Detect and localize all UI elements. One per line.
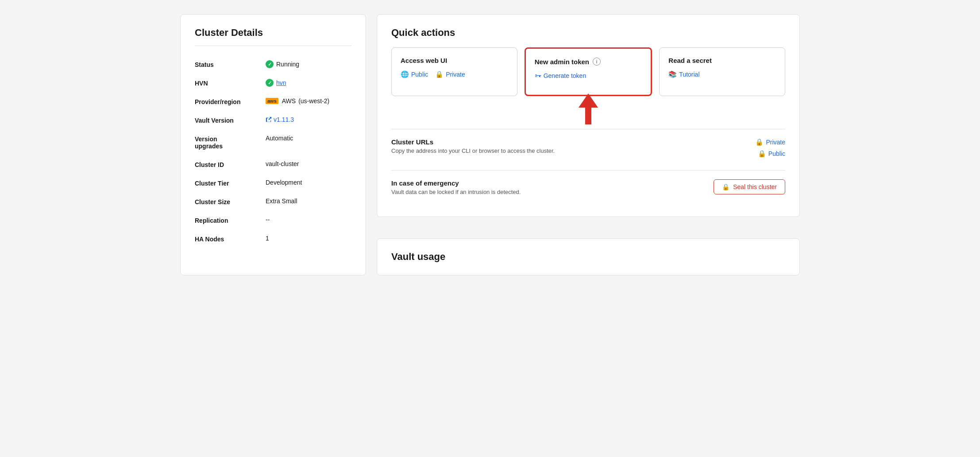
provider-region: (us-west-2): [298, 97, 329, 105]
value-cluster-size: Extra Small: [266, 198, 297, 205]
detail-row-cluster-tier: Cluster Tier Development: [195, 174, 351, 192]
action-card-new-admin-token: New admin token i 🗝 Generate token: [525, 47, 652, 96]
seal-lock-icon: 🔒: [722, 183, 729, 190]
globe-icon: 🌐: [401, 70, 409, 78]
detail-row-cluster-size: Cluster Size Extra Small: [195, 192, 351, 211]
cluster-urls-header: Cluster URLs Copy the address into your …: [391, 138, 785, 158]
provider-name: AWS: [282, 97, 296, 105]
action-card-access-web-ui: Access web UI 🌐 Public 🔒 Private: [391, 47, 517, 96]
emergency-desc: Vault data can be locked if an intrusion…: [391, 189, 521, 195]
vault-usage-panel: Vault usage: [377, 238, 800, 275]
cluster-details-title: Cluster Details: [195, 27, 351, 39]
detail-row-replication: Replication --: [195, 211, 351, 229]
emergency-left: In case of emergency Vault data can be l…: [391, 179, 521, 195]
arrow-graphic: [579, 93, 597, 124]
label-cluster-id: Cluster ID: [195, 160, 266, 168]
label-ha-nodes: HA Nodes: [195, 235, 266, 243]
divider: [195, 46, 351, 46]
cluster-urls-desc: Copy the address into your CLI or browse…: [391, 147, 555, 154]
value-ha-nodes: 1: [266, 235, 269, 242]
detail-row-hvn: HVN hvn: [195, 74, 351, 92]
label-status: Status: [195, 60, 266, 68]
detail-row-version-upgrades: Versionupgrades Automatic: [195, 129, 351, 155]
emergency-title: In case of emergency: [391, 179, 521, 187]
action-card-read-secret: Read a secret 📚 Tutorial: [659, 47, 785, 96]
hvn-status-icon: [266, 79, 274, 87]
new-admin-token-links: 🗝 Generate token: [535, 72, 642, 79]
value-cluster-tier: Development: [266, 179, 302, 186]
status-running-icon: [266, 60, 274, 68]
public-url-icon: 🔒: [758, 150, 766, 158]
label-provider: Provider/region: [195, 97, 266, 105]
lock-private-icon: 🔒: [435, 70, 444, 78]
cluster-urls-title: Cluster URLs: [391, 138, 555, 146]
cluster-urls-public-link[interactable]: 🔒 Public: [758, 150, 785, 158]
value-vault-version: v1.11.3: [266, 116, 294, 123]
vault-usage-title: Vault usage: [391, 251, 785, 263]
value-version-upgrades: Automatic: [266, 135, 293, 142]
detail-row-ha-nodes: HA Nodes 1: [195, 229, 351, 248]
actions-grid: Access web UI 🌐 Public 🔒 Private: [391, 47, 785, 96]
label-cluster-size: Cluster Size: [195, 198, 266, 205]
label-replication: Replication: [195, 216, 266, 224]
detail-row-cluster-id: Cluster ID vault-cluster: [195, 155, 351, 174]
label-version-upgrades: Versionupgrades: [195, 135, 266, 150]
detail-row-provider: Provider/region aws AWS (us-west-2): [195, 92, 351, 111]
quick-actions-panel: Quick actions Access web UI 🌐 Public 🔒: [377, 14, 800, 217]
value-cluster-id: vault-cluster: [266, 160, 299, 167]
quick-actions-title: Quick actions: [391, 27, 785, 39]
access-web-ui-private-link[interactable]: 🔒 Private: [435, 70, 465, 78]
annotation-arrow: [391, 93, 785, 124]
hvn-link[interactable]: hvn: [276, 79, 286, 86]
cluster-urls-left: Cluster URLs Copy the address into your …: [391, 138, 555, 154]
vault-version-link[interactable]: v1.11.3: [266, 116, 294, 123]
arrow-shaft: [585, 107, 591, 124]
read-secret-links: 📚 Tutorial: [668, 70, 776, 78]
value-hvn: hvn: [266, 79, 286, 87]
cluster-urls-links: 🔒 Private 🔒 Public: [755, 138, 785, 158]
value-status: Running: [266, 60, 299, 68]
external-link-icon: [266, 116, 272, 123]
detail-row-status: Status Running: [195, 55, 351, 74]
label-cluster-tier: Cluster Tier: [195, 179, 266, 187]
value-provider: aws AWS (us-west-2): [266, 97, 329, 105]
emergency-section: In case of emergency Vault data can be l…: [391, 170, 785, 204]
label-vault-version: Vault Version: [195, 116, 266, 124]
private-url-icon: 🔒: [755, 138, 764, 146]
action-title-new-admin-token: New admin token i: [535, 58, 642, 66]
seal-cluster-button[interactable]: 🔒 Seal this cluster: [714, 179, 785, 194]
detail-row-vault-version: Vault Version v1.11.3: [195, 111, 351, 129]
cluster-details-panel: Cluster Details Status Running HVN hvn P…: [180, 14, 366, 275]
info-icon[interactable]: i: [593, 58, 601, 66]
cluster-urls-section: Cluster URLs Copy the address into your …: [391, 129, 785, 170]
access-web-ui-links: 🌐 Public 🔒 Private: [401, 70, 508, 78]
tutorial-link[interactable]: 📚 Tutorial: [668, 70, 699, 78]
cluster-urls-private-link[interactable]: 🔒 Private: [755, 138, 785, 146]
key-icon: 🗝: [535, 72, 541, 79]
value-replication: --: [266, 216, 270, 223]
access-web-ui-public-link[interactable]: 🌐 Public: [401, 70, 428, 78]
action-title-access-web-ui: Access web UI: [401, 57, 508, 64]
label-hvn: HVN: [195, 79, 266, 87]
generate-token-link[interactable]: 🗝 Generate token: [535, 72, 586, 79]
aws-logo: aws: [266, 98, 278, 104]
tutorial-icon: 📚: [668, 70, 677, 78]
action-title-read-secret: Read a secret: [668, 57, 776, 64]
